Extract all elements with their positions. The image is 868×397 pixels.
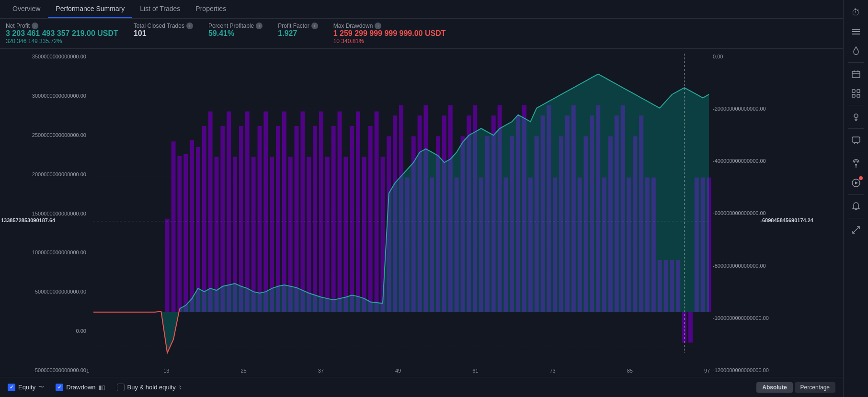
svg-rect-42 bbox=[368, 126, 373, 312]
legend-equity[interactable]: ✓ Equity 〜 bbox=[8, 383, 44, 391]
chat-icon[interactable] bbox=[847, 132, 865, 149]
svg-marker-119 bbox=[855, 181, 858, 184]
stat-percent-profitable: Percent Profitable i 59.41% bbox=[208, 23, 263, 38]
bell-icon[interactable] bbox=[847, 198, 865, 215]
sidebar-divider-2 bbox=[848, 105, 864, 105]
calendar-icon[interactable] bbox=[847, 66, 865, 83]
chart-container[interactable]: 3500000000000000.003000000000000000.0025… bbox=[0, 49, 843, 397]
svg-rect-14 bbox=[196, 147, 200, 312]
red-dot-badge bbox=[859, 176, 863, 180]
x-label: 37 bbox=[318, 368, 324, 374]
svg-rect-40 bbox=[356, 112, 360, 312]
sidebar-divider-4 bbox=[848, 152, 864, 152]
svg-rect-108 bbox=[857, 90, 860, 92]
x-label: 25 bbox=[241, 368, 247, 374]
svg-rect-107 bbox=[852, 90, 855, 92]
svg-rect-21 bbox=[239, 126, 243, 312]
equity-label: Equity bbox=[18, 384, 35, 391]
equity-checkbox[interactable]: ✓ bbox=[8, 384, 15, 391]
grid-icon[interactable] bbox=[847, 85, 865, 102]
svg-rect-43 bbox=[375, 112, 379, 312]
svg-rect-15 bbox=[202, 126, 206, 312]
x-label: 61 bbox=[472, 368, 478, 374]
max-drawdown-value: 1 259 299 999 999 999.00 USDT bbox=[333, 29, 446, 38]
svg-rect-94 bbox=[688, 312, 693, 343]
svg-rect-35 bbox=[325, 157, 330, 312]
svg-rect-31 bbox=[300, 112, 305, 312]
x-axis: 11325374961738597 bbox=[91, 363, 709, 378]
x-label: 85 bbox=[627, 368, 633, 374]
buy-hold-checkbox[interactable] bbox=[117, 384, 125, 391]
tab-properties[interactable]: Properties bbox=[188, 0, 234, 18]
max-drawdown-sub: 10 340.81% bbox=[333, 38, 446, 45]
profit-factor-info[interactable]: i bbox=[311, 23, 318, 29]
svg-rect-10 bbox=[171, 141, 176, 312]
svg-rect-109 bbox=[852, 94, 855, 97]
x-label: 73 bbox=[550, 368, 556, 374]
svg-rect-28 bbox=[282, 112, 286, 312]
sidebar-divider-1 bbox=[848, 62, 864, 63]
equity-icon: 〜 bbox=[38, 383, 44, 391]
fire-icon[interactable] bbox=[847, 42, 865, 59]
net-profit-info[interactable]: i bbox=[32, 23, 38, 29]
drawdown-icon: ▮▯ bbox=[99, 384, 105, 391]
svg-rect-103 bbox=[852, 71, 860, 78]
tab-performance-summary[interactable]: Performance Summary bbox=[48, 0, 132, 18]
stat-total-closed-trades: Total Closed Trades i 101 bbox=[134, 23, 193, 38]
svg-rect-115 bbox=[852, 137, 860, 142]
total-trades-info[interactable]: i bbox=[186, 23, 193, 29]
svg-rect-18 bbox=[220, 126, 225, 312]
svg-rect-19 bbox=[227, 112, 231, 312]
clock-icon[interactable]: ⏱ bbox=[847, 4, 865, 21]
svg-rect-13 bbox=[190, 140, 194, 312]
tabs-bar: Overview Performance Summary List of Tra… bbox=[0, 0, 843, 19]
total-trades-value: 101 bbox=[134, 29, 193, 38]
tab-list-of-trades[interactable]: List of Trades bbox=[132, 0, 188, 18]
svg-rect-38 bbox=[343, 157, 348, 312]
svg-rect-100 bbox=[852, 29, 860, 30]
svg-line-120 bbox=[853, 227, 859, 233]
x-label: 49 bbox=[395, 368, 401, 374]
stats-row: Net Profit i 3 203 461 493 357 219.00 US… bbox=[0, 19, 843, 49]
svg-rect-110 bbox=[857, 94, 860, 97]
stat-profit-factor: Profit Factor i 1.927 bbox=[278, 23, 318, 38]
x-label: 13 bbox=[163, 368, 169, 374]
svg-rect-36 bbox=[331, 126, 336, 312]
svg-point-116 bbox=[855, 164, 857, 166]
svg-rect-34 bbox=[319, 112, 323, 312]
buy-hold-label: Buy & hold equity bbox=[127, 384, 176, 391]
main-area: Overview Performance Summary List of Tra… bbox=[0, 0, 843, 397]
svg-rect-37 bbox=[338, 112, 342, 312]
sidebar-divider-3 bbox=[848, 128, 864, 129]
abs-pct-toggle: Absolute Percentage bbox=[756, 382, 835, 393]
x-label: 1 bbox=[86, 368, 89, 374]
max-drawdown-info[interactable]: i bbox=[375, 23, 381, 29]
drawdown-label: Drawdown bbox=[66, 384, 95, 391]
list-icon[interactable] bbox=[847, 23, 865, 40]
svg-rect-25 bbox=[263, 112, 268, 312]
percent-profitable-value: 59.41% bbox=[208, 29, 263, 38]
svg-rect-32 bbox=[307, 157, 311, 312]
tab-overview[interactable]: Overview bbox=[5, 0, 48, 18]
svg-rect-9 bbox=[165, 219, 170, 312]
sidebar-divider-5 bbox=[848, 194, 864, 195]
arrows-icon[interactable] bbox=[847, 221, 865, 238]
svg-rect-41 bbox=[362, 157, 366, 312]
play-icon[interactable] bbox=[847, 174, 865, 192]
svg-rect-12 bbox=[183, 154, 188, 312]
absolute-btn[interactable]: Absolute bbox=[756, 382, 792, 393]
drawdown-checkbox[interactable]: ✓ bbox=[56, 384, 63, 391]
legend-drawdown[interactable]: ✓ Drawdown ▮▯ bbox=[56, 384, 105, 391]
crosshair-right-label: -689845845690174.24 bbox=[760, 217, 813, 223]
bulb-icon[interactable] bbox=[847, 108, 865, 125]
svg-rect-11 bbox=[177, 156, 182, 312]
stat-net-profit: Net Profit i 3 203 461 493 357 219.00 US… bbox=[6, 23, 118, 45]
broadcast-icon[interactable] bbox=[847, 155, 865, 172]
percentage-btn[interactable]: Percentage bbox=[795, 382, 835, 393]
svg-rect-39 bbox=[350, 126, 354, 312]
legend-buy-hold[interactable]: Buy & hold equity ⌇ bbox=[117, 384, 182, 391]
svg-rect-27 bbox=[276, 126, 280, 312]
svg-rect-33 bbox=[313, 126, 317, 312]
svg-rect-102 bbox=[852, 34, 860, 34]
percent-profitable-info[interactable]: i bbox=[256, 23, 263, 29]
